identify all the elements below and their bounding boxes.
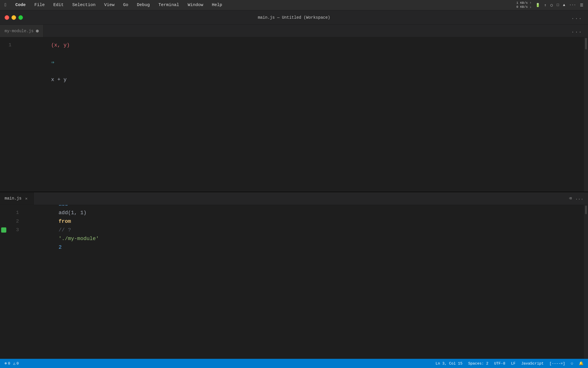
space-4 [51, 68, 54, 74]
bottom-line-number-2: 2 [7, 217, 25, 226]
bottom-scrollbar[interactable] [584, 205, 588, 359]
menu-debug[interactable]: Debug [135, 2, 152, 8]
menu-file[interactable]: File [33, 2, 47, 8]
function-call: add(1, 1) [59, 210, 86, 216]
maximize-button[interactable] [18, 15, 23, 20]
top-scrollbar[interactable] [584, 37, 588, 191]
titlebar: main.js — Untitled (Workspace) ... [0, 10, 588, 25]
bottom-tab-more-icon[interactable]: ... [575, 196, 583, 201]
statusbar-left: ⊗ 0 △ 0 [5, 361, 19, 366]
spaces-indicator[interactable]: Spaces: 2 [468, 361, 488, 366]
bottom-code-line-1: 1 import add from './my-module' [0, 208, 588, 217]
statusbar-right: Ln 3, Col 15 Spaces: 2 UTF-8 LF JavaScri… [436, 361, 583, 366]
error-count[interactable]: ⊗ 0 △ 0 [5, 361, 19, 366]
top-tab-bar: my-module.js ... [0, 25, 588, 37]
bottom-line-number-3: 3 [7, 226, 25, 234]
bottom-code-area[interactable]: 1 import add from './my-module' 2 [0, 205, 588, 359]
top-editor-pane: my-module.js ... 1 export default (x, y)… [0, 25, 588, 192]
titlebar-more-icon[interactable]: ... [571, 15, 582, 20]
tab-modified-indicator [36, 30, 39, 32]
download-stat: 0 KB/s ↓ [517, 5, 532, 9]
minimize-button[interactable] [11, 15, 16, 20]
top-code-area[interactable]: 1 export default (x, y) ⇒ x + y [0, 37, 588, 191]
split-editor-icon[interactable]: ⌫ [569, 195, 572, 201]
editor-container: my-module.js ... 1 export default (x, y)… [0, 25, 588, 359]
traffic-lights [5, 15, 23, 20]
encoding-indicator[interactable]: UTF-8 [494, 361, 505, 366]
code-line-1: 1 export default (x, y) ⇒ x + y [0, 41, 588, 49]
menu-help[interactable]: Help [210, 2, 224, 8]
result-value: 2 [59, 244, 62, 250]
network-stats: 1 KB/s ↑ 0 KB/s ↓ [517, 1, 532, 9]
upload-stat: 1 KB/s ↑ [517, 1, 532, 5]
menu-go[interactable]: Go [121, 2, 130, 8]
body-content: x + y [51, 77, 67, 83]
menu-icon-2: □ [557, 3, 559, 7]
error-icon: ⊗ [5, 361, 7, 366]
feedback-icon[interactable]: ☺ [571, 361, 573, 366]
language-indicator[interactable]: JavaScript [521, 361, 544, 366]
gutter-run-indicator [1, 227, 6, 233]
bottom-line-number-1: 1 [7, 208, 25, 217]
menu-window[interactable]: Window [186, 2, 205, 8]
tab-main-js-label: main.js [5, 196, 22, 201]
line-number-1: 1 [0, 41, 17, 49]
menu-icon-1: ◯ [550, 3, 553, 7]
battery-icon: 🔋 [535, 3, 540, 7]
statusbar: ⊗ 0 △ 0 Ln 3, Col 15 Spaces: 2 UTF-8 LF … [0, 359, 588, 368]
tab-close-button[interactable]: ✕ [24, 196, 29, 201]
menu-edit[interactable]: Edit [52, 2, 65, 8]
function-params: (x, y) [51, 42, 70, 48]
space-2 [51, 37, 54, 39]
scrollbar-thumb[interactable] [585, 38, 587, 49]
notification-icon[interactable]: 🔔 [579, 361, 583, 366]
line-1-content: export default (x, y) ⇒ x + y [17, 37, 73, 93]
tab-my-module[interactable]: my-module.js [0, 25, 44, 37]
top-tab-bar-more[interactable]: ... [571, 28, 582, 34]
error-number: 0 [8, 361, 10, 366]
menu-terminal[interactable]: Terminal [157, 2, 181, 8]
menubar:  Code File Edit Selection View Go Debug… [0, 0, 588, 10]
menubar-right-items: 1 KB/s ↑ 0 KB/s ↓ 🔋 ⇑ ◯ □ ▲ ··· ☰ [517, 1, 584, 9]
apple-logo[interactable]:  [5, 3, 7, 8]
inline-comment: // ? [59, 227, 71, 233]
window-title: main.js — Untitled (Workspace) [258, 15, 330, 20]
space-9 [59, 236, 65, 241]
close-button[interactable] [5, 15, 9, 20]
bottom-editor-pane: main.js ✕ ⌫ ... 1 import add from [0, 192, 588, 359]
tab-my-module-label: my-module.js [5, 29, 34, 33]
menu-icon-4: ··· [569, 3, 576, 7]
indent-indicator[interactable]: [----=] [550, 361, 565, 366]
menu-selection[interactable]: Selection [71, 2, 97, 8]
bottom-tab-bar: main.js ✕ ⌫ ... [0, 192, 588, 205]
menu-icon-3: ▲ [563, 3, 565, 7]
bottom-line-3-content: add(1, 1) // ? 2 [25, 205, 86, 260]
space-3 [51, 51, 54, 57]
warning-icon: △ [13, 361, 16, 366]
tab-main-js[interactable]: main.js ✕ [0, 192, 34, 205]
menu-view[interactable]: View [102, 2, 116, 8]
eol-indicator[interactable]: LF [511, 361, 516, 366]
bottom-scrollbar-thumb[interactable] [585, 206, 587, 214]
arrow-operator: ⇒ [51, 60, 54, 65]
warning-number: 0 [16, 361, 19, 366]
bottom-tab-bar-right: ⌫ ... [569, 195, 583, 201]
cursor-position[interactable]: Ln 3, Col 15 [436, 361, 463, 366]
space-8 [59, 218, 62, 224]
wifi-icon: ⇑ [544, 3, 546, 7]
menu-code[interactable]: Code [14, 2, 28, 8]
menu-icon-5: ☰ [580, 3, 583, 7]
